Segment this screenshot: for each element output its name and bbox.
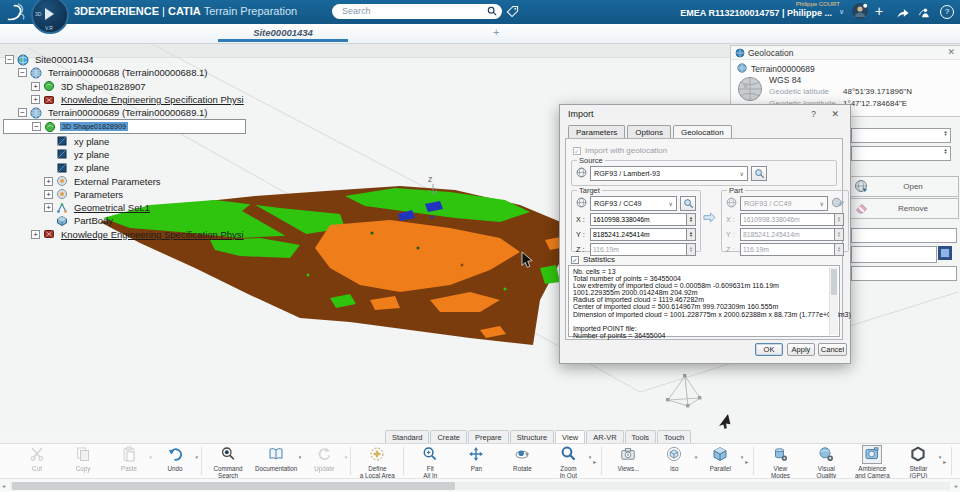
palette-mini-button[interactable] — [938, 246, 952, 262]
fit-all-button[interactable]: Fit All In — [407, 444, 453, 478]
checkbox-icon[interactable]: ✓ — [571, 256, 579, 264]
dropdown-arrow-icon[interactable]: ▾ — [589, 454, 592, 460]
text-field[interactable] — [851, 266, 957, 281]
tag-icon[interactable] — [506, 4, 519, 22]
document-tab[interactable]: Site00001434 — [218, 24, 348, 42]
geolocation-panel-header[interactable]: Geolocation ✕ — [731, 46, 960, 60]
dialog-close-icon[interactable]: ✕ — [831, 109, 839, 119]
tree-item[interactable]: −Terrain00000688 (Terrain00000688.1) — [3, 66, 246, 79]
robot-triad-icon[interactable] — [666, 374, 701, 407]
horizontal-scrollbar[interactable]: ◂ ▸ — [0, 478, 960, 492]
tree-item[interactable]: +Geometrical Set.1 — [3, 201, 246, 214]
spinner-control[interactable]: ▲▼ — [941, 128, 950, 137]
tree-item[interactable]: +Knowledge Engineering Specification Phy… — [3, 93, 246, 106]
import-with-geolocation-checkbox[interactable]: ✓ Import with geolocation — [573, 146, 667, 155]
remove-button[interactable]: Remove — [849, 198, 959, 219]
command-search-button[interactable]: Command Search — [205, 444, 251, 478]
scroll-right-icon[interactable]: ▸ — [955, 482, 958, 489]
coordinate-field[interactable] — [851, 128, 951, 143]
target-search-button[interactable] — [680, 196, 696, 211]
tree-item[interactable]: +Knowledge Engineering Specification Phy… — [3, 228, 246, 241]
expand-toggle-icon[interactable]: + — [44, 190, 53, 199]
dropdown-arrow-icon[interactable]: ▾ — [939, 454, 942, 460]
tree-item[interactable]: +3D Shape01828907 — [3, 80, 246, 93]
rotate-orbit-button[interactable]: Rotate — [499, 444, 545, 478]
target-x-input[interactable] — [590, 213, 687, 226]
tree-item[interactable]: yz plane — [3, 148, 246, 161]
tree-item[interactable]: −Terrain00000689 (Terrain00000689.1) — [3, 106, 246, 119]
ribbon-tab-touch[interactable]: Touch — [657, 430, 691, 443]
flyout-arrow-icon[interactable]: ▸ — [591, 444, 598, 478]
ribbon-tab-tools[interactable]: Tools — [625, 430, 657, 443]
ribbon-tab-create[interactable]: Create — [430, 430, 467, 443]
iso-view-button[interactable]: iso▾ — [651, 444, 697, 478]
add-icon[interactable]: + — [875, 2, 883, 20]
checkbox-icon[interactable]: ✓ — [573, 147, 581, 155]
local-area-button[interactable]: Define a Local Area — [354, 444, 400, 478]
avatar[interactable] — [852, 3, 868, 23]
share-icon[interactable] — [896, 5, 910, 23]
help-icon[interactable]: ? — [940, 5, 954, 19]
tree-item[interactable]: xy plane — [3, 134, 246, 147]
spinner-control[interactable]: ▲▼ — [941, 146, 950, 155]
target-y-input[interactable] — [590, 228, 687, 241]
source-search-button[interactable] — [751, 166, 767, 181]
camera-button[interactable]: Views... — [605, 444, 651, 478]
target-crs-select[interactable]: RGF93 / CC49 ∨ — [590, 196, 677, 211]
source-crs-select[interactable]: RGF93 / Lambert-93 ∨ — [590, 166, 748, 181]
coordinate-field[interactable] — [851, 146, 951, 161]
tree-item[interactable]: −Site00001434 — [3, 53, 246, 66]
expand-toggle-icon[interactable]: + — [31, 82, 40, 91]
apply-button[interactable]: Apply — [787, 343, 815, 356]
collapse-toggle-icon[interactable]: − — [18, 68, 27, 77]
dropdown-arrow-icon[interactable]: ▾ — [195, 454, 198, 460]
search-icon[interactable] — [487, 6, 497, 21]
undo-arrow-button[interactable]: Undo▾ — [152, 444, 198, 478]
ambience-camera-button[interactable]: Ambience and Camera — [849, 444, 895, 478]
dialog-help-icon[interactable]: ? — [811, 109, 816, 119]
visual-quality-button[interactable]: Visual Quality — [803, 444, 849, 478]
community-icon[interactable] — [918, 5, 932, 23]
tree-item[interactable]: PartBody — [3, 214, 246, 227]
transfer-arrow-button[interactable] — [702, 211, 717, 226]
expand-toggle-icon[interactable]: + — [44, 177, 53, 186]
spinner-control[interactable]: ▲▼ — [687, 213, 696, 226]
dropdown-arrow-icon[interactable]: ▾ — [345, 454, 348, 460]
tree-item[interactable]: zx plane — [3, 161, 246, 174]
cancel-button[interactable]: Cancel — [818, 343, 847, 356]
ribbon-tab-structure[interactable]: Structure — [510, 430, 554, 443]
text-field[interactable] — [851, 228, 957, 243]
tree-item[interactable]: +Parameters — [3, 188, 246, 201]
ok-button[interactable]: OK — [755, 343, 783, 356]
dropdown-arrow-icon[interactable]: ▾ — [741, 454, 744, 460]
statistics-scrollbar[interactable] — [829, 267, 838, 335]
cube-button[interactable]: Parallel▾ — [697, 444, 743, 478]
flyout-arrow-icon[interactable]: ▸ — [743, 444, 750, 478]
ribbon-tab-standard[interactable]: Standard — [385, 430, 429, 443]
spinner-control[interactable]: ▲▼ — [687, 228, 696, 241]
search-input[interactable]: Search — [332, 4, 502, 19]
scrollbar-thumb[interactable] — [831, 269, 837, 295]
scroll-left-icon[interactable]: ◂ — [2, 482, 5, 489]
collapse-toggle-icon[interactable]: − — [32, 122, 41, 131]
zoom-magnifier-button[interactable]: Zoom In Out▾ — [545, 444, 591, 478]
scrollbar-thumb[interactable] — [12, 482, 455, 490]
book-button[interactable]: Documentation▾ — [251, 444, 301, 478]
spinner-control[interactable]: ▲▼ — [687, 243, 696, 256]
statistics-checkbox[interactable]: ✓ Statistics — [571, 255, 615, 264]
stellar-hexagon-button[interactable]: Stellar (GPU)▾ — [895, 444, 941, 478]
tree-item[interactable]: −3D Shape01828909 — [3, 119, 246, 134]
open-button[interactable]: Open — [849, 176, 959, 197]
ribbon-tab-view[interactable]: View — [555, 430, 585, 443]
ribbon-tab-prepare[interactable]: Prepare — [468, 430, 509, 443]
pan-arrows-button[interactable]: Pan — [453, 444, 499, 478]
collapse-toggle-icon[interactable]: − — [5, 55, 14, 64]
new-tab-icon[interactable]: + — [493, 26, 499, 38]
volatile-ghosting-button[interactable]: Volatile Ghosting — [955, 444, 960, 478]
chevron-down-icon[interactable]: ∨ — [839, 8, 844, 16]
view-modes-button[interactable]: View Modes — [757, 444, 803, 478]
flyout-arrow-icon[interactable]: ▸ — [941, 444, 948, 478]
ribbon-tab-ar-vr[interactable]: AR-VR — [586, 430, 623, 443]
tree-item[interactable]: +External Parameters — [3, 174, 246, 187]
collapse-toggle-icon[interactable]: − — [18, 108, 27, 117]
